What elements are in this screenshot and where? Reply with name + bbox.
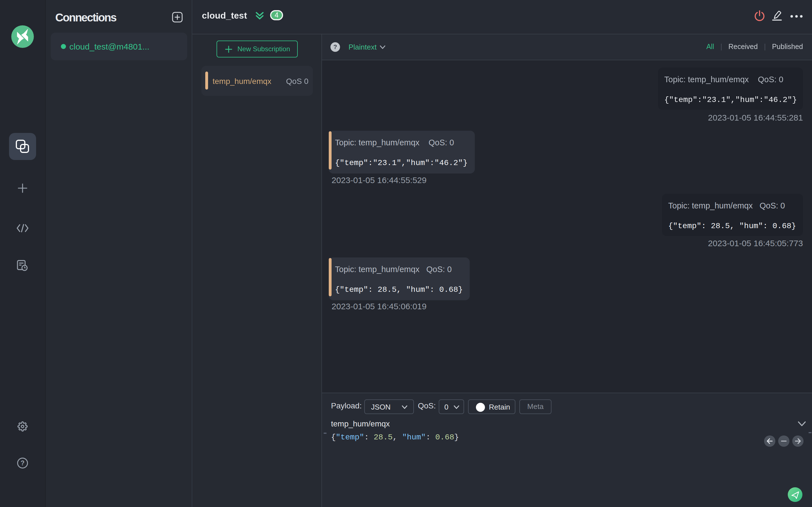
svg-text:?: ? — [20, 459, 24, 467]
